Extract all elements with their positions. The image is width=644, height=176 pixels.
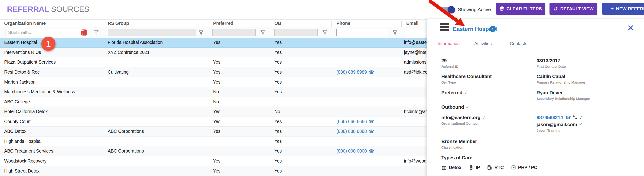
preferred-filter-input[interactable] [212,29,256,36]
page-title: REFERRALSOURCES [7,5,90,14]
trash-icon [500,6,504,12]
funnel-icon[interactable] [94,30,99,35]
showing-active-toggle[interactable] [441,7,454,12]
ob-filter-input[interactable] [274,29,318,36]
check-icon: ✓ [466,104,470,110]
cell-ob: Yes [274,156,282,166]
field-primary-manager: Caitlin Cabal Primary Relationship Manag… [536,74,585,84]
close-icon[interactable]: ✕ [627,24,634,32]
chevron-right-circle-icon[interactable]: › [490,26,496,32]
cell-preferred: Yes [213,107,220,116]
contact-phone-link[interactable]: 9874563214 [536,115,563,120]
clear-filters-label: CLEAR FILTERS [506,6,542,12]
new-referral-label: NEW REFERRA [616,6,644,12]
cell-ob: Yes [274,146,282,156]
cell-email: info@easter [404,38,428,47]
cell-ob: No [274,107,280,116]
rs-group-filter-input[interactable] [108,29,196,36]
phone-link[interactable]: (888) 889 8989 ☎ [336,67,374,77]
check-icon: ✓ [579,122,583,127]
cell-organization-name: Eastern Hospital [4,38,37,47]
column-header-email[interactable]: Email [406,21,418,26]
field-referral-id: 29 Referral ID [441,58,458,68]
cell-email: admissions [404,57,426,67]
undo-icon: ↺ [553,6,558,12]
cell-ob: Yes [274,166,282,176]
telephone-icon: ☎ [369,129,374,134]
funnel-icon[interactable] [198,30,204,35]
column-header-ob[interactable]: OB [274,21,281,26]
cell-preferred: Yes [213,166,220,176]
check-icon: ✓ [579,115,583,120]
cell-email: jayne@inter [404,48,428,57]
field-outbound: Outbound✓ [441,104,470,110]
field-contact-email: jason@gmail.com✓ Jason Training [536,122,583,132]
check-icon: ✓ [482,115,486,120]
cell-organization-name: Woodstock Recovery [4,156,46,166]
cell-ob: Yes [274,38,282,47]
top-toolbar: REFERRALSOURCES Showing Active CLEAR FIL… [0,0,644,20]
cell-organization-name: Marchioness Meditation & Wellness [4,87,75,97]
cell-email: asd@idk.co [404,67,428,77]
cell-rs-group: ABC Corporations [108,126,144,136]
cell-preferred: Yes [213,38,220,47]
cell-preferred: No [213,87,219,97]
clear-filters-button[interactable]: CLEAR FILTERS [496,3,545,15]
cell-rs-group: Cultivating [108,67,128,77]
column-header-organization-name[interactable]: Organization Name [4,21,46,26]
funnel-icon[interactable] [260,30,265,35]
cell-organization-name: Interventions R Us [4,48,41,57]
column-header-rs-group[interactable]: RS Group [108,21,129,26]
h-square-icon [511,164,516,170]
page-title-secondary: SOURCES [51,5,90,14]
field-secondary-manager: Ryan Dever Secondary Relationship Manage… [536,90,590,100]
cell-rs-group: ABC Corporations [108,146,144,156]
telephone-icon: ☎ [565,115,571,120]
cell-ob: Yes [274,87,282,97]
column-header-preferred[interactable]: Preferred [213,21,233,26]
cell-rs-group: Florida Hospital Association [108,38,163,47]
detail-panel: Eastern Hospital › ✕ Information Activit… [427,18,644,176]
cell-organization-name: County Court [4,117,31,126]
phone-link[interactable]: (666) 666 6666 ☎ [336,117,374,126]
telephone-icon: ☎ [369,148,374,154]
cell-ob: Yes [274,77,282,87]
field-first-contact-date: 03/13/2017 First Contact Date [536,58,566,68]
cell-preferred: Yes [213,77,220,87]
funnel-icon[interactable] [322,30,327,35]
phone-link[interactable]: (888) 888 8888 ☎ [336,126,374,136]
cell-email: hcdinfo@ac [404,107,428,116]
password-autofill-icon[interactable]: •••｜ [81,30,87,36]
funnel-icon[interactable] [392,30,398,35]
telephone-icon: ☎ [369,70,374,75]
cell-rs-group: XYZ Confrence 2021 [108,48,150,57]
field-contact-phone: 9874563214☎✓ [536,115,583,120]
hamburger-icon[interactable] [440,23,449,31]
cell-ob: Yes [274,57,282,67]
cell-organization-name: High Street Detox [4,166,40,176]
page-title-primary: REFERRAL [7,5,49,14]
default-view-button[interactable]: ↺ DEFAULT VIEW [550,3,597,15]
cell-email: info@woods [404,156,429,166]
building-icon [468,164,474,170]
new-referral-button[interactable]: + NEW REFERRA [602,3,644,15]
organization-name-filter-input[interactable] [6,29,90,36]
care-item-detox: Detox [441,164,461,170]
phone-filter-input[interactable] [336,29,388,36]
cell-preferred: Yes [213,67,220,77]
field-preferred: Preferred✓ [441,90,468,96]
column-header-phone[interactable]: Phone [336,21,350,26]
cell-organization-name: ABC Detox [4,126,26,136]
tab-information[interactable]: Information [438,41,460,46]
cell-preferred: Yes [213,57,220,67]
tab-contacts[interactable]: Contacts [510,41,527,46]
panel-divider [427,152,644,152]
cell-ob: Yes [274,136,282,146]
tab-activities[interactable]: Activities [474,41,492,46]
field-org-type: Healthcare Consultant Org Type [441,74,492,84]
cell-organization-name: ABC Treatment Services [4,146,53,156]
step-1-badge: 1 [41,37,56,51]
phone-link[interactable]: (800) 000 0000 ☎ [336,146,374,156]
field-classification: Bronze Member Classification [441,138,477,149]
toggle-label: Showing Active [458,7,491,12]
